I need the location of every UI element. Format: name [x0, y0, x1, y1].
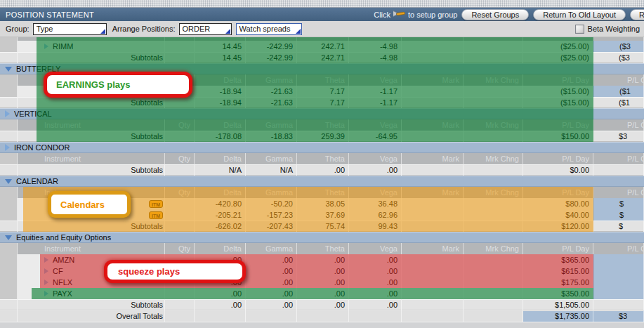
- cell-plday: $120.00: [523, 221, 593, 232]
- return-to-old-layout-button[interactable]: Return To Old Layout: [533, 9, 626, 20]
- cell-plopen: [593, 277, 644, 288]
- section-header-row[interactable]: IRON CONDOR: [0, 142, 644, 153]
- column-header-gamma: Gamma: [246, 119, 297, 131]
- cell-mrkchng: [464, 265, 523, 277]
- cell-vega: -64.95: [349, 131, 402, 142]
- cell-vega: .00: [349, 265, 402, 277]
- cell-delta: [195, 310, 246, 322]
- cell-plopen: $: [593, 209, 644, 221]
- setup-group-hint: Click to setup group: [374, 10, 457, 19]
- column-header-gamma: Gamma: [246, 153, 297, 164]
- triangle-down-icon[interactable]: [5, 179, 12, 184]
- toolbar: Group: Type Arrange Positions: ORDER Wat…: [0, 21, 644, 37]
- column-header-qty: Qty: [165, 187, 195, 198]
- cutoff-button[interactable]: R: [630, 9, 644, 20]
- colhdr-row: InstrumentQtyDeltaGammaThetaVegaMarkMrk …: [0, 119, 644, 131]
- cell-gutter: [0, 221, 18, 232]
- dropdown-corner-icon: [225, 29, 230, 34]
- column-header-gamma: Gamma: [246, 74, 297, 86]
- subtotal-row: Subtotals-626.02-207.4375.7499.43$120.00…: [0, 221, 644, 232]
- column-header-delta: Delta: [195, 119, 246, 131]
- section-header-row[interactable]: Equities and Equity Options: [0, 232, 644, 243]
- dropdown-corner-icon: [100, 29, 105, 34]
- column-header-mrkchng: Mrk Chng: [464, 153, 523, 164]
- column-header-vega: Vega: [349, 119, 402, 131]
- column-header-mark: Mark: [402, 119, 464, 131]
- cell-mark: [402, 97, 464, 108]
- cell-plday: ($15.00): [523, 86, 593, 97]
- cell-mark: [402, 310, 464, 322]
- subtotal-row: Subtotals-18.94-21.637.17-1.17($15.00)($…: [0, 97, 644, 108]
- column-header-gutter: [0, 153, 18, 164]
- section-label: Equities and Equity Options: [16, 233, 111, 242]
- cell-plopen: [593, 164, 644, 176]
- cell-mrkchng: [464, 97, 523, 108]
- cell-qty: [165, 288, 195, 299]
- column-header-delta: Delta: [195, 74, 246, 86]
- column-header-instrument: Instrument: [18, 243, 165, 254]
- triangle-right-icon[interactable]: [44, 268, 48, 274]
- column-header-mark: Mark: [402, 74, 464, 86]
- column-header-theta: Theta: [297, 119, 349, 131]
- cell-theta: 242.71: [297, 52, 349, 63]
- column-header-qty: Qty: [165, 153, 195, 164]
- cell-mrkchng: [464, 288, 523, 299]
- cell-gutter: [0, 198, 18, 209]
- cell-qty: [165, 41, 195, 52]
- table-row-nflx[interactable]: NFLX.00.00.00.00$175.00: [0, 277, 644, 288]
- cell-delta: .00: [195, 299, 246, 310]
- cell-mrkchng: [464, 209, 523, 221]
- section-header-row[interactable]: CALENDAR: [0, 176, 644, 187]
- annotation-earnings-plays: EARNINGS plays: [44, 72, 192, 98]
- cell-vega: -4.98: [349, 41, 402, 52]
- watch-spreads-button[interactable]: Watch spreads: [236, 23, 302, 35]
- cell-delta: N/A: [195, 164, 246, 176]
- triangle-right-icon[interactable]: [44, 257, 48, 263]
- triangle-down-icon[interactable]: [5, 67, 12, 72]
- section-header-row[interactable]: VERTICAL: [0, 108, 644, 119]
- cell-gamma: -207.43: [246, 221, 297, 232]
- cell-gutter: [0, 277, 18, 288]
- cell-instrument: RIMM: [18, 41, 165, 52]
- arrange-positions-dropdown[interactable]: ORDER: [179, 23, 232, 35]
- column-header-qty: Qty: [165, 243, 195, 254]
- column-header-plopen: P/L Open: [593, 119, 644, 131]
- cell-mrkchng: [464, 52, 523, 63]
- beta-weighting-checkbox[interactable]: [575, 25, 584, 34]
- cell-instrument: Subtotals: [18, 97, 165, 108]
- column-header-plday: P/L Day: [523, 153, 593, 164]
- cell-mark: [402, 131, 464, 142]
- cell-gamma: -50.20: [246, 198, 297, 209]
- cell-theta: 259.39: [297, 131, 349, 142]
- triangle-right-icon[interactable]: [5, 110, 10, 117]
- cell-theta: .00: [297, 288, 349, 299]
- cell-theta: 38.05: [297, 198, 349, 209]
- column-header-mrkchng: Mrk Chng: [464, 187, 523, 198]
- table-row-payx[interactable]: PAYX.00.00.00.00$350.00: [0, 288, 644, 299]
- column-header-gamma: Gamma: [246, 243, 297, 254]
- watch-spreads-label: Watch spreads: [239, 25, 291, 33]
- cell-gutter: [0, 86, 18, 97]
- table-row-rimm[interactable]: RIMM14.45-242.99242.71-4.98($25.00)($3: [0, 41, 644, 52]
- triangle-down-icon[interactable]: [5, 235, 12, 240]
- cell-vega: .00: [349, 277, 402, 288]
- reset-groups-button[interactable]: Reset Groups: [461, 9, 529, 20]
- cell-vega: -1.17: [349, 86, 402, 97]
- triangle-right-icon[interactable]: [44, 291, 48, 296]
- cell-mrkchng: [464, 164, 523, 176]
- cell-theta: .00: [297, 164, 349, 176]
- triangle-right-icon[interactable]: [44, 44, 48, 49]
- cell-gamma: .00: [246, 254, 297, 265]
- cell-theta: 7.17: [297, 86, 349, 97]
- table-row-amzn[interactable]: AMZN.00.00.00.00$365.00: [0, 254, 644, 265]
- cell-mrkchng: [464, 198, 523, 209]
- cell-mrkchng: [464, 41, 523, 52]
- triangle-right-icon[interactable]: [5, 144, 10, 151]
- group-dropdown[interactable]: Type: [33, 23, 107, 35]
- section-label: IRON CONDOR: [14, 143, 70, 152]
- triangle-right-icon[interactable]: [44, 280, 48, 285]
- cell-mrkchng: [464, 254, 523, 265]
- cell-mrkchng: [464, 86, 523, 97]
- table-row-cf[interactable]: CF.00.00.00.00$615.00: [0, 265, 644, 277]
- cell-mrkchng: [464, 277, 523, 288]
